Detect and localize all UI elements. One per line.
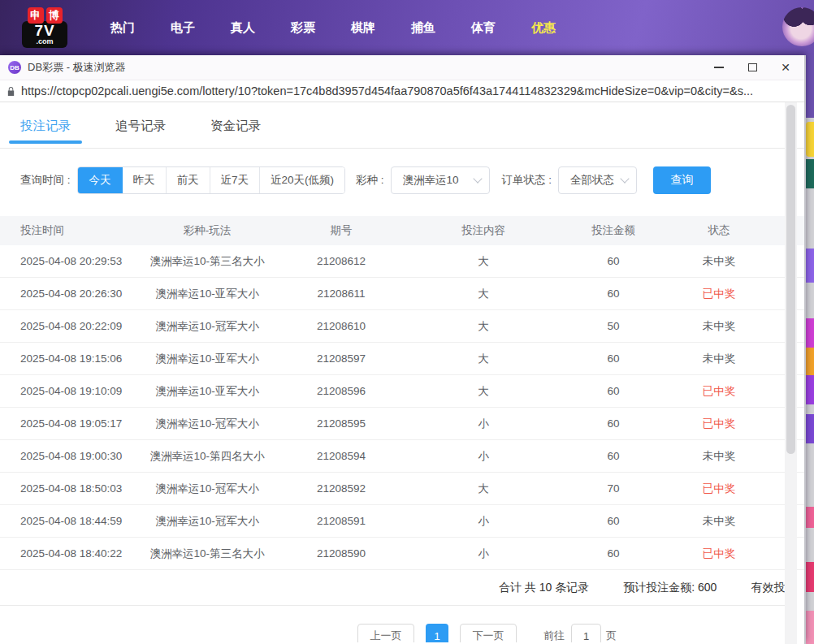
close-button[interactable]: ✕ (780, 62, 791, 73)
issue-number: 21208594 (280, 450, 402, 462)
issue-number: 21208597 (280, 352, 402, 365)
issue-number: 21208611 (280, 287, 402, 300)
game-play: 澳洲幸运10-第三名大小 (134, 254, 280, 269)
window-titlebar: DB DB彩票 - 极速浏览器 ✕ (0, 55, 804, 80)
logo-main-text: 7V (34, 24, 54, 38)
maximize-button[interactable] (747, 62, 758, 73)
next-page-button[interactable]: 下一页 (460, 624, 517, 642)
bet-time: 2025-04-08 20:22:09 (0, 320, 134, 332)
prev-page-button[interactable]: 上一页 (357, 624, 414, 642)
nav-item-promo[interactable]: 优惠 (519, 20, 568, 36)
nav-item-sports[interactable]: 体育 (459, 20, 508, 36)
background-page-strip (806, 55, 814, 644)
bet-status: 已中奖 (662, 417, 776, 431)
table-row: 2025-04-08 19:10:09 澳洲幸运10-亚军大小 21208596… (0, 375, 804, 408)
bet-time: 2025-04-08 18:40:22 (0, 547, 134, 560)
table-row: 2025-04-08 18:44:59 澳洲幸运10-冠军大小 21208591… (0, 505, 804, 538)
issue-number: 21208610 (280, 320, 402, 332)
table-summary: 合计 共 10 条记录 预计投注金额: 600 有效投注金额 (0, 570, 785, 606)
lottery-filter-label: 彩种 : (356, 173, 384, 188)
time-option-20days[interactable]: 近20天(低频) (259, 167, 344, 193)
logo-sub-text: .com (36, 38, 53, 45)
tab-chase-records[interactable]: 追号记录 (115, 102, 166, 148)
issue-number: 21208592 (280, 482, 402, 495)
col-header-game: 彩种-玩法 (134, 223, 280, 238)
site-logo[interactable]: 申 博 7V .com (21, 7, 68, 48)
bet-status: 未中奖 (662, 254, 776, 269)
summary-expected-amount: 预计投注金额: 600 (623, 581, 717, 595)
status-select-value: 全部状态 (570, 173, 614, 188)
bet-content: 大 (402, 352, 565, 366)
table-row: 2025-04-08 19:15:06 澳洲幸运10-亚军大小 21208597… (0, 343, 804, 375)
bet-content: 大 (402, 482, 565, 496)
minimize-button[interactable] (713, 62, 725, 73)
time-option-7days[interactable]: 近7天 (210, 167, 260, 193)
bet-amount: 60 (565, 417, 662, 430)
main-nav: 热门 电子 真人 彩票 棋牌 捕鱼 体育 优惠 (93, 20, 574, 36)
bet-status: 已中奖 (662, 482, 776, 496)
bet-status: 已中奖 (662, 547, 776, 561)
nav-item-hot[interactable]: 热门 (98, 20, 147, 36)
game-play: 澳洲幸运10-冠军大小 (134, 514, 280, 529)
screen: 申 博 7V .com 热门 电子 真人 彩票 棋牌 捕鱼 体育 优惠 (0, 0, 814, 644)
game-play: 澳洲幸运10-冠军大小 (134, 482, 280, 496)
tab-fund-records[interactable]: 资金记录 (210, 102, 261, 148)
nav-item-lottery[interactable]: 彩票 (279, 20, 327, 36)
goto-page-input[interactable] (571, 624, 601, 642)
pagination: 上一页 1 下一页 前往 页 (357, 624, 617, 642)
nav-item-fishing[interactable]: 捕鱼 (399, 20, 448, 36)
lottery-select[interactable]: 澳洲幸运10 (391, 166, 490, 194)
window-scrollbar[interactable] (785, 102, 797, 644)
bet-content: 大 (402, 319, 565, 334)
chevron-down-icon (473, 174, 482, 183)
time-option-yesterday[interactable]: 昨天 (123, 167, 166, 193)
bet-content: 小 (402, 547, 565, 561)
bet-amount: 60 (565, 450, 662, 462)
current-page-button[interactable]: 1 (426, 624, 448, 642)
col-header-amount: 投注金额 (565, 223, 662, 238)
page-unit-label: 页 (606, 629, 617, 642)
order-status-select[interactable]: 全部状态 (558, 166, 637, 194)
time-option-daybefore[interactable]: 前天 (166, 167, 210, 193)
goto-label: 前往 (543, 629, 565, 642)
url-text: https://ctopcp02pcali.uengi5e.com/lotter… (21, 84, 797, 97)
bet-content: 大 (402, 384, 565, 399)
nav-item-live[interactable]: 真人 (219, 20, 267, 36)
bet-time: 2025-04-08 19:00:30 (0, 450, 134, 462)
nav-item-slots[interactable]: 电子 (158, 20, 207, 36)
bet-status: 未中奖 (662, 449, 776, 464)
bet-status: 已中奖 (662, 384, 776, 399)
tab-bet-records[interactable]: 投注记录 (20, 102, 71, 148)
promo-thumbnail (806, 159, 814, 188)
table-header: 投注时间 彩种-玩法 期号 投注内容 投注金额 状态 (0, 216, 804, 245)
issue-number: 21208590 (280, 547, 402, 560)
url-bar[interactable]: https://ctopcp02pcali.uengi5e.com/lotter… (0, 80, 804, 102)
bet-amount: 60 (565, 352, 662, 365)
bet-time: 2025-04-08 18:44:59 (0, 515, 134, 527)
bet-amount: 60 (565, 255, 662, 267)
col-header-issue: 期号 (280, 223, 402, 238)
logo-badges: 申 博 (28, 7, 63, 24)
time-option-today[interactable]: 今天 (77, 166, 123, 194)
scrollbar-thumb[interactable] (786, 105, 795, 454)
game-play: 澳洲幸运10-第四名大小 (134, 449, 280, 464)
game-play: 澳洲幸运10-第三名大小 (134, 547, 280, 561)
bet-time: 2025-04-08 19:05:17 (0, 417, 134, 430)
bet-status: 未中奖 (662, 319, 776, 334)
app-icon: DB (8, 61, 21, 74)
game-play: 澳洲幸运10-亚军大小 (134, 384, 280, 399)
status-filter-label: 订单状态 : (502, 173, 552, 188)
bet-content: 小 (402, 514, 565, 529)
bet-content: 小 (402, 449, 565, 464)
issue-number: 21208596 (280, 385, 402, 397)
filter-bar: 查询时间 : 今天 昨天 前天 近7天 近20天(低频) 彩种 : 澳洲幸运10… (0, 166, 804, 194)
issue-number: 21208595 (280, 417, 402, 430)
bet-content: 大 (402, 287, 565, 301)
nav-item-cards[interactable]: 棋牌 (339, 20, 388, 36)
col-header-status: 状态 (662, 223, 776, 238)
game-play: 澳洲幸运10-亚军大小 (134, 352, 280, 366)
search-button[interactable]: 查询 (653, 166, 711, 194)
time-filter-label: 查询时间 : (20, 173, 71, 188)
bet-amount: 70 (565, 482, 662, 495)
table-row: 2025-04-08 18:50:03 澳洲幸运10-冠军大小 21208592… (0, 473, 804, 505)
